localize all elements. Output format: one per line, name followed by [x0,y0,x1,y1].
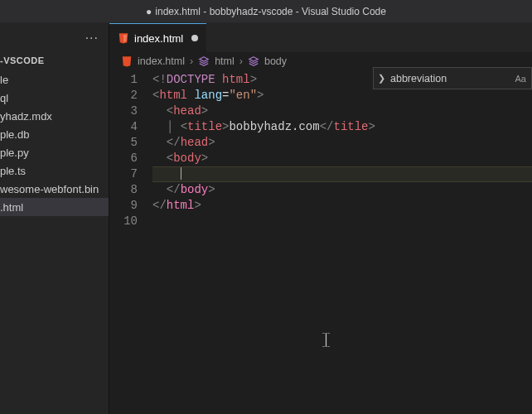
line-number: 9 [109,198,138,214]
text-cursor-icon [322,333,330,347]
sidebar-section-title[interactable]: -VSCODE [0,52,109,70]
code-line[interactable]: │ <title>bobbyhadz.com</title> [152,119,532,135]
tab-bar: index.html [109,23,532,52]
suggest-meta: Aa [515,74,531,84]
html5-icon [118,32,129,44]
line-number: 7 [109,166,138,182]
suggest-label: abbreviation [389,73,515,84]
sidebar-file-item[interactable]: .html [0,198,109,216]
window-titlebar: ● index.html - bobbyhadz-vscode - Visual… [0,0,532,23]
explorer-sidebar: ··· -VSCODE leqlyhadz.mdxple.dbple.pyple… [0,23,109,414]
sidebar-file-item[interactable]: wesome-webfont.bin [0,180,109,198]
code-line[interactable]: </body> [152,182,532,198]
sidebar-file-item[interactable]: ple.py [0,143,109,161]
code-editor[interactable]: 12345678910 <!DOCTYPE html><html lang="e… [109,70,532,414]
structure-icon [198,55,210,67]
breadcrumb-label[interactable]: index.html [138,55,185,67]
html5-icon [121,55,133,67]
sidebar-file-item[interactable]: le [0,70,109,89]
line-number: 8 [109,182,138,198]
line-number: 2 [109,88,138,104]
tab-modified-icon [191,35,198,41]
line-number: 1 [109,72,138,88]
caret-icon [181,167,181,180]
line-number: 4 [109,119,138,135]
code-line[interactable]: </head> [152,135,532,151]
line-number: 5 [109,135,138,151]
modified-dot-icon: ● [146,6,152,17]
chevron-right-icon[interactable]: ❯ [374,73,389,84]
sidebar-file-item[interactable]: yhadz.mdx [0,107,109,125]
chevron-right-icon: › [190,55,193,67]
sidebar-file-item[interactable]: ple.db [0,125,109,143]
breadcrumb-label[interactable]: html [215,55,235,67]
line-number: 3 [109,104,138,119]
sidebar-file-item[interactable]: ql [0,89,109,107]
sidebar-overflow-icon[interactable]: ··· [85,31,99,46]
code-line[interactable] [152,166,532,182]
code-line[interactable]: <head> [152,104,532,119]
breadcrumb-label[interactable]: body [264,55,287,67]
tab-index-html[interactable]: index.html [109,23,206,52]
code-line[interactable]: </html> [152,198,532,214]
suggest-widget[interactable]: ❯ abbreviation Aa [373,67,532,89]
chevron-right-icon: › [239,55,243,67]
structure-icon [248,55,259,67]
window-title: index.html - bobbyhadz-vscode - Visual S… [155,6,386,17]
tab-label: index.html [134,32,183,45]
code-line[interactable] [152,214,532,229]
line-number: 6 [109,151,138,166]
line-gutter: 12345678910 [109,70,152,414]
code-line[interactable]: <body> [152,151,532,166]
code-line[interactable]: <html lang="en"> [152,88,532,104]
sidebar-file-item[interactable]: ple.ts [0,161,109,180]
line-number: 10 [109,214,138,229]
